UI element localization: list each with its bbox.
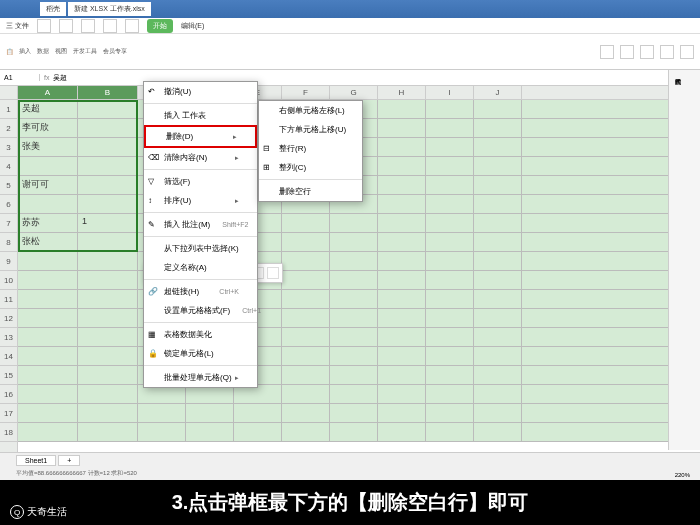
- cell[interactable]: [78, 233, 138, 251]
- cell[interactable]: [474, 233, 522, 251]
- cell[interactable]: [426, 423, 474, 441]
- cell[interactable]: [474, 309, 522, 327]
- cell[interactable]: [18, 195, 78, 213]
- cell[interactable]: [282, 347, 330, 365]
- cell[interactable]: [474, 138, 522, 156]
- cell[interactable]: [474, 119, 522, 137]
- cell[interactable]: [474, 100, 522, 118]
- cell[interactable]: [78, 271, 138, 289]
- cell[interactable]: [378, 385, 426, 403]
- submenu-item[interactable]: 下方单元格上移(U): [259, 120, 362, 139]
- ribbon-icon[interactable]: [640, 45, 654, 59]
- toolbar-icon[interactable]: [125, 19, 139, 33]
- col-header[interactable]: A: [18, 86, 78, 99]
- cell[interactable]: 吴超: [18, 100, 78, 118]
- fx-icon[interactable]: fx: [40, 74, 53, 81]
- cell[interactable]: [282, 423, 330, 441]
- toolbar-icon[interactable]: [37, 19, 51, 33]
- cell[interactable]: [474, 347, 522, 365]
- ribbon-tab[interactable]: 会员专享: [103, 47, 127, 56]
- formula-value[interactable]: 吴超: [53, 73, 67, 83]
- cell[interactable]: [378, 119, 426, 137]
- name-box[interactable]: A1: [0, 74, 40, 81]
- cell[interactable]: [78, 138, 138, 156]
- cell[interactable]: [474, 328, 522, 346]
- cell[interactable]: [18, 271, 78, 289]
- cell[interactable]: [426, 366, 474, 384]
- side-label[interactable]: 图表样式: [669, 70, 686, 78]
- cell[interactable]: [18, 309, 78, 327]
- cell[interactable]: 谢可可: [18, 176, 78, 194]
- cell[interactable]: [426, 385, 474, 403]
- cell[interactable]: 张美: [18, 138, 78, 156]
- cell[interactable]: [186, 404, 234, 422]
- cell[interactable]: 李可欣: [18, 119, 78, 137]
- cell[interactable]: [330, 366, 378, 384]
- cell[interactable]: [78, 252, 138, 270]
- cell[interactable]: [330, 423, 378, 441]
- menu-file[interactable]: 三 文件: [6, 21, 29, 31]
- cell[interactable]: [78, 157, 138, 175]
- cell[interactable]: [18, 385, 78, 403]
- cell[interactable]: [378, 138, 426, 156]
- cell[interactable]: [78, 195, 138, 213]
- cell[interactable]: [78, 290, 138, 308]
- menu-item[interactable]: 定义名称(A): [144, 258, 257, 277]
- cell[interactable]: [426, 309, 474, 327]
- cell[interactable]: [378, 404, 426, 422]
- row-header[interactable]: 14: [0, 347, 17, 366]
- cell[interactable]: [426, 290, 474, 308]
- cell[interactable]: [330, 252, 378, 270]
- toolbar-icon[interactable]: [59, 19, 73, 33]
- cell[interactable]: [378, 233, 426, 251]
- ribbon-tab[interactable]: 数据: [37, 47, 49, 56]
- cell[interactable]: [330, 214, 378, 232]
- cell[interactable]: [282, 328, 330, 346]
- menu-item[interactable]: 批量处理单元格(Q)▸: [144, 368, 257, 387]
- cell[interactable]: [282, 252, 330, 270]
- cell[interactable]: [474, 195, 522, 213]
- row-header[interactable]: 2: [0, 119, 17, 138]
- cell[interactable]: [78, 100, 138, 118]
- row-header[interactable]: 8: [0, 233, 17, 252]
- cell[interactable]: [474, 271, 522, 289]
- row-header[interactable]: 1: [0, 100, 17, 119]
- cell[interactable]: [426, 119, 474, 137]
- select-all[interactable]: [0, 86, 17, 100]
- ribbon-tab[interactable]: 开发工具: [73, 47, 97, 56]
- cell[interactable]: [474, 385, 522, 403]
- menu-item[interactable]: ⌫清除内容(N)▸: [144, 148, 257, 167]
- cell[interactable]: [330, 404, 378, 422]
- cell[interactable]: [78, 404, 138, 422]
- cell[interactable]: [282, 290, 330, 308]
- cell[interactable]: [282, 404, 330, 422]
- tab-file[interactable]: 新建 XLSX 工作表.xlsx: [68, 2, 151, 16]
- menu-item[interactable]: 🔗超链接(H)Ctrl+K: [144, 282, 257, 301]
- cell[interactable]: [330, 328, 378, 346]
- zoom[interactable]: 220%: [675, 472, 690, 478]
- cell[interactable]: [378, 176, 426, 194]
- cell[interactable]: 1: [78, 214, 138, 232]
- cell[interactable]: [378, 100, 426, 118]
- cell[interactable]: [282, 233, 330, 251]
- cell[interactable]: [426, 214, 474, 232]
- cell[interactable]: [234, 404, 282, 422]
- ribbon-tab[interactable]: 插入: [19, 47, 31, 56]
- row-header[interactable]: 13: [0, 328, 17, 347]
- ribbon-icon[interactable]: [680, 45, 694, 59]
- cell[interactable]: [234, 423, 282, 441]
- cell[interactable]: [78, 366, 138, 384]
- cell[interactable]: [282, 271, 330, 289]
- cell[interactable]: 苏苏: [18, 214, 78, 232]
- cell[interactable]: [426, 404, 474, 422]
- menu-item[interactable]: 从下拉列表中选择(K): [144, 239, 257, 258]
- row-header[interactable]: 18: [0, 423, 17, 442]
- cell[interactable]: [474, 214, 522, 232]
- cell[interactable]: [474, 404, 522, 422]
- col-header[interactable]: I: [426, 86, 474, 99]
- menu-item[interactable]: 🔒锁定单元格(L): [144, 344, 257, 363]
- menu-item[interactable]: ↕排序(U)▸: [144, 191, 257, 210]
- toolbar-btn[interactable]: [267, 267, 279, 279]
- sheet-tab[interactable]: Sheet1: [16, 455, 56, 466]
- cell[interactable]: [282, 214, 330, 232]
